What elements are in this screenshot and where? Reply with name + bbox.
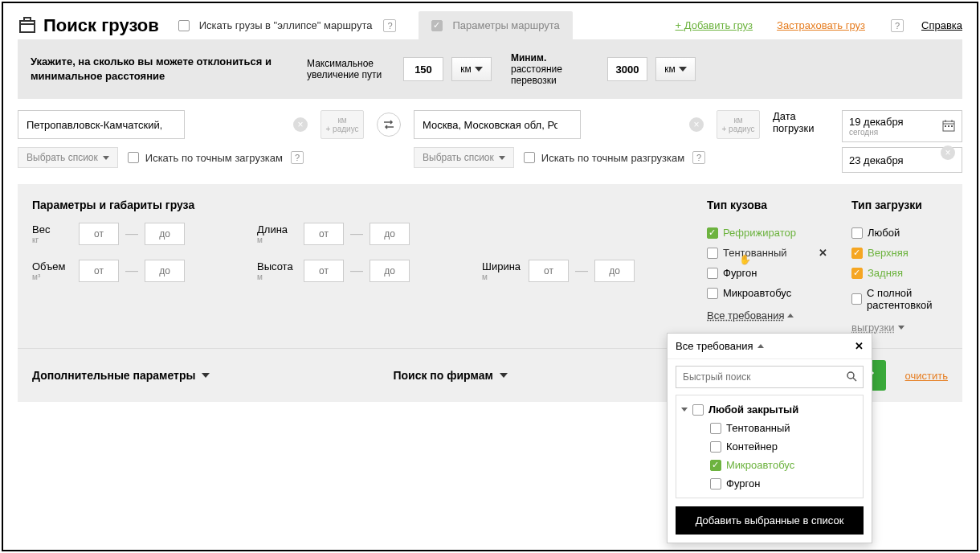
svg-rect-2 bbox=[945, 125, 946, 127]
tree-child-item[interactable]: Тентованный bbox=[681, 419, 858, 437]
checkbox[interactable] bbox=[851, 293, 862, 305]
chevron-down-icon bbox=[681, 408, 688, 412]
volume-field: Объемм³ — bbox=[32, 260, 241, 282]
close-icon[interactable]: ✕ bbox=[855, 340, 864, 352]
length-from-input[interactable] bbox=[304, 223, 344, 245]
load-type-item[interactable]: С полной растентовкой bbox=[851, 283, 972, 315]
exact-load-label: Искать по точным загрузкам bbox=[145, 152, 283, 164]
ellipse-checkbox[interactable] bbox=[178, 20, 190, 31]
checkbox[interactable] bbox=[710, 478, 721, 490]
body-type-item[interactable]: Тентованный✕✋ bbox=[707, 243, 827, 263]
checkbox[interactable] bbox=[851, 268, 863, 279]
chevron-up-icon bbox=[757, 344, 764, 348]
checkbox[interactable] bbox=[707, 268, 718, 279]
remove-icon[interactable]: ✕ bbox=[819, 247, 827, 259]
load-type-item[interactable]: Любой bbox=[851, 223, 972, 243]
to-radius-button[interactable]: км+ радиус bbox=[717, 110, 760, 139]
cargo-icon bbox=[18, 16, 37, 35]
insure-cargo-link[interactable]: Застраховать груз bbox=[777, 19, 865, 31]
dropdown-tree[interactable]: Любой закрытый Тентованный Контейнер Мик… bbox=[676, 395, 864, 498]
page-title: Поиск грузов bbox=[43, 15, 159, 36]
body-type-item[interactable]: Микроавтобус bbox=[707, 283, 827, 303]
exact-unload-checkbox[interactable] bbox=[524, 152, 535, 163]
dropdown-title: Все требования bbox=[676, 340, 753, 352]
weight-field: Вескг — bbox=[32, 223, 241, 245]
height-from-input[interactable] bbox=[304, 260, 344, 282]
chevron-up-icon bbox=[787, 313, 794, 317]
checkbox[interactable] bbox=[710, 460, 721, 471]
body-type-item[interactable]: Рефрижиратор bbox=[707, 223, 827, 243]
date-from-sub: сегодня bbox=[849, 128, 904, 137]
load-type-item[interactable]: Верхняя bbox=[851, 243, 972, 263]
body-type-item[interactable]: Фургон bbox=[707, 263, 827, 283]
checkbox[interactable] bbox=[707, 227, 718, 239]
checkbox[interactable] bbox=[707, 288, 718, 299]
route-params-panel: Укажите, на сколько вы можете отклонитьс… bbox=[18, 39, 962, 99]
tree-parent-item[interactable]: Любой закрытый bbox=[681, 400, 858, 419]
checkbox[interactable] bbox=[851, 227, 863, 239]
max-unit-select[interactable]: км bbox=[451, 57, 492, 81]
checkbox[interactable] bbox=[851, 248, 863, 259]
chevron-down-icon bbox=[202, 373, 210, 378]
checkbox[interactable] bbox=[710, 441, 721, 453]
clear-to-icon[interactable]: × bbox=[689, 117, 704, 132]
width-to-input[interactable] bbox=[594, 260, 635, 282]
width-field: Ширинам — bbox=[482, 260, 691, 282]
top-bar: Поиск грузов Искать грузы в "эллипсе" ма… bbox=[3, 3, 977, 39]
exact-unload-label: Искать по точным разгрузкам bbox=[541, 152, 684, 164]
checkbox[interactable] bbox=[710, 423, 721, 434]
exact-load-checkbox[interactable] bbox=[128, 152, 139, 163]
to-input[interactable] bbox=[414, 110, 581, 139]
max-increase-input[interactable] bbox=[403, 57, 443, 81]
to-select-list[interactable]: Выбрать спсиок bbox=[414, 147, 514, 168]
from-input[interactable] bbox=[18, 110, 185, 139]
clear-from-icon[interactable]: × bbox=[293, 117, 308, 132]
help-icon[interactable]: ? bbox=[692, 151, 705, 164]
date-from-box[interactable]: 19 декабрясегодня bbox=[842, 110, 962, 142]
weight-from-input[interactable] bbox=[79, 223, 119, 245]
route-params-label: Параметры маршрута bbox=[452, 19, 559, 31]
calendar-icon bbox=[942, 119, 955, 134]
clear-date-icon[interactable]: × bbox=[941, 145, 955, 160]
load-type-column: Тип загрузки Любой Верхняя Задняя С полн… bbox=[851, 199, 972, 334]
svg-rect-4 bbox=[951, 125, 953, 127]
help-link[interactable]: Справка bbox=[921, 19, 962, 31]
min-unit-select[interactable]: км bbox=[655, 57, 696, 81]
swap-button[interactable] bbox=[377, 113, 401, 137]
date-to-box[interactable]: 23 декабря × bbox=[842, 147, 962, 173]
clear-link[interactable]: очистить bbox=[905, 370, 948, 382]
tree-child-item[interactable]: Контейнер bbox=[681, 437, 858, 456]
route-params-tab[interactable]: Параметры маршрута bbox=[419, 11, 572, 39]
from-radius-button[interactable]: км+ радиус bbox=[321, 110, 364, 139]
tree-child-item[interactable]: Микроавтобус bbox=[681, 456, 858, 474]
params-title: Параметры и габариты груза bbox=[32, 199, 691, 211]
svg-rect-0 bbox=[20, 21, 35, 32]
add-cargo-link[interactable]: + Добавить груз bbox=[676, 19, 753, 31]
load-type-item[interactable]: Задняя bbox=[851, 263, 972, 283]
width-from-input[interactable] bbox=[529, 260, 569, 282]
help-icon-2[interactable]: ? bbox=[891, 19, 904, 32]
checkbox[interactable] bbox=[692, 404, 704, 416]
unload-link[interactable]: выгрузки bbox=[851, 322, 972, 334]
height-to-input[interactable] bbox=[370, 260, 410, 282]
help-icon[interactable]: ? bbox=[383, 19, 396, 32]
volume-from-input[interactable] bbox=[79, 260, 119, 282]
dropdown-search-input[interactable] bbox=[676, 366, 864, 388]
volume-to-input[interactable] bbox=[145, 260, 185, 282]
checkbox[interactable] bbox=[707, 248, 718, 259]
svg-rect-3 bbox=[948, 125, 949, 127]
weight-to-input[interactable] bbox=[145, 223, 185, 245]
search-icon bbox=[846, 371, 857, 385]
extra-params-toggle[interactable]: Дополнительные параметры bbox=[32, 369, 210, 382]
length-to-input[interactable] bbox=[370, 223, 410, 245]
help-icon[interactable]: ? bbox=[291, 151, 304, 164]
chevron-down-icon bbox=[499, 156, 505, 160]
tree-child-item[interactable]: Фургон bbox=[681, 474, 858, 493]
min-distance-input[interactable] bbox=[607, 57, 647, 81]
search-by-firms-toggle[interactable]: Поиск по фирмам bbox=[393, 369, 507, 382]
all-requirements-link[interactable]: Все требования bbox=[707, 309, 827, 322]
loading-date-label: Дата погрузки bbox=[773, 110, 829, 134]
date-from-value: 19 декабря bbox=[849, 116, 904, 128]
from-select-list[interactable]: Выбрать спсиок bbox=[18, 147, 118, 168]
dropdown-add-button[interactable]: Добавить выбранные в список bbox=[676, 506, 864, 535]
